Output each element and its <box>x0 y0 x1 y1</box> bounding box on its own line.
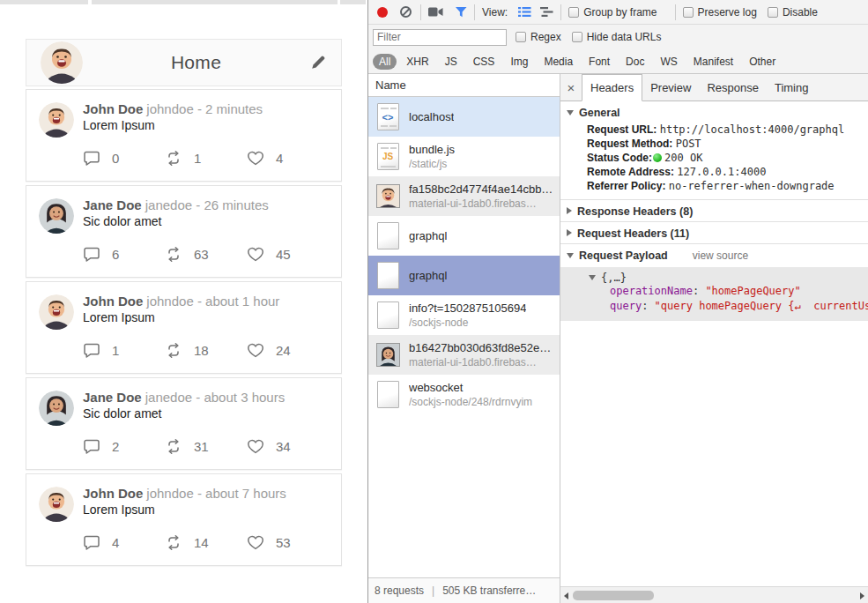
regex-checkbox[interactable] <box>516 32 526 42</box>
like-button[interactable]: 53 <box>247 535 329 550</box>
request-row[interactable]: b16427bb030d63fd8e52e… material-ui-1dab0… <box>368 335 560 375</box>
response-headers-section[interactable]: Response Headers (8) <box>560 200 868 221</box>
type-filter-css[interactable]: CSS <box>467 54 501 70</box>
record-button[interactable] <box>377 7 388 18</box>
filter-bar: Regex Hide data URLs <box>368 25 868 49</box>
post-card[interactable]: John Doejohndoe - about 1 hour Lorem Ips… <box>26 281 342 374</box>
edit-pencil-icon[interactable] <box>309 54 327 71</box>
retweet-button[interactable]: 63 <box>165 247 247 262</box>
post-author[interactable]: Jane Doe <box>83 197 142 212</box>
disable-cache-checkbox[interactable] <box>768 7 778 18</box>
type-filter-media[interactable]: Media <box>538 54 579 70</box>
filter-funnel-icon[interactable] <box>456 7 467 18</box>
post-handle[interactable]: johndoe <box>146 294 193 309</box>
retweet-count: 63 <box>194 247 209 262</box>
request-row[interactable]: fa158bc2d4774f4ae14cbb… material-ui-1dab… <box>368 176 560 216</box>
comment-icon <box>83 247 100 262</box>
preserve-log-checkbox[interactable] <box>683 7 694 18</box>
request-row[interactable]: graphql <box>368 216 560 256</box>
avatar[interactable] <box>39 102 74 138</box>
tab-response[interactable]: Response <box>699 74 767 100</box>
type-filter-manifest[interactable]: Manifest <box>687 54 739 70</box>
post-card[interactable]: Jane Doejanedoe - about 3 hours Sic dolo… <box>26 377 342 470</box>
like-button[interactable]: 4 <box>247 151 329 166</box>
retweet-button[interactable]: 31 <box>165 439 247 454</box>
comment-button[interactable]: 6 <box>83 247 165 262</box>
request-row[interactable]: <> localhost <box>368 97 560 137</box>
retweet-button[interactable]: 18 <box>165 343 247 358</box>
avatar[interactable] <box>41 41 83 84</box>
comment-button[interactable]: 4 <box>83 535 165 550</box>
type-filter-all[interactable]: All <box>373 54 397 70</box>
comment-button[interactable]: 1 <box>83 343 165 358</box>
request-row[interactable]: info?t=1502875105694 /sockjs-node <box>368 295 560 335</box>
post-author[interactable]: John Doe <box>83 486 143 501</box>
avatar[interactable] <box>39 198 74 234</box>
retweet-button[interactable]: 14 <box>165 535 247 550</box>
like-button[interactable]: 24 <box>247 343 329 358</box>
large-request-rows-icon[interactable] <box>518 6 531 18</box>
view-source-link[interactable]: view source <box>693 249 748 262</box>
comment-button[interactable]: 2 <box>83 439 165 454</box>
clear-icon[interactable] <box>400 6 412 18</box>
like-count: 45 <box>276 247 291 262</box>
request-row[interactable]: JS bundle.js /static/js <box>368 137 560 176</box>
payload-root-object[interactable]: {,…} <box>560 272 868 284</box>
post-handle[interactable]: johndoe <box>146 486 193 501</box>
scroll-left-arrow-icon[interactable] <box>564 592 568 599</box>
type-filter-img[interactable]: Img <box>504 54 534 70</box>
request-name: localhost <box>409 109 454 124</box>
comment-count: 1 <box>112 343 119 358</box>
post-handle[interactable]: janedoe <box>145 197 192 212</box>
post-handle[interactable]: johndoe <box>146 101 193 116</box>
type-filter-ws[interactable]: WS <box>654 54 683 70</box>
summary-divider: | <box>432 584 434 597</box>
plain-document-icon <box>377 381 399 408</box>
general-section-header[interactable]: General <box>560 101 868 123</box>
type-filter-other[interactable]: Other <box>743 54 782 70</box>
scroll-right-arrow-icon[interactable] <box>860 592 864 599</box>
tab-timing[interactable]: Timing <box>767 74 817 100</box>
tab-headers[interactable]: Headers <box>582 74 642 101</box>
request-row-selected[interactable]: graphql <box>368 256 560 295</box>
like-button[interactable]: 34 <box>247 439 329 454</box>
post-card[interactable]: Jane Doejanedoe - 26 minutes Sic dolor a… <box>26 185 342 278</box>
horizontal-scrollbar[interactable] <box>560 586 868 603</box>
post-handle[interactable]: janedoe <box>145 390 192 405</box>
avatar[interactable] <box>39 487 74 522</box>
type-filter-js[interactable]: JS <box>439 54 464 70</box>
heart-icon <box>247 151 264 166</box>
type-filter-font[interactable]: Font <box>582 54 616 70</box>
post-body: Sic dolor amet <box>83 406 329 422</box>
show-overview-icon[interactable] <box>540 6 553 18</box>
post-separator: - <box>196 197 200 212</box>
tab-preview[interactable]: Preview <box>642 74 699 100</box>
post-author[interactable]: Jane Doe <box>83 390 142 405</box>
heart-icon <box>247 439 264 454</box>
like-button[interactable]: 45 <box>247 247 329 262</box>
hide-data-urls-label: Hide data URLs <box>587 31 662 43</box>
name-column-header[interactable]: Name <box>368 74 560 97</box>
request-row[interactable]: websocket /sockjs-node/248/rdrnvyim <box>368 375 560 414</box>
retweet-button[interactable]: 1 <box>165 151 247 166</box>
type-filter-doc[interactable]: Doc <box>619 54 650 70</box>
close-icon[interactable]: × <box>560 74 582 100</box>
filter-input[interactable] <box>373 29 507 46</box>
type-filter-xhr[interactable]: XHR <box>400 54 434 70</box>
jane-avatar-image <box>39 391 74 426</box>
avatar[interactable] <box>39 294 74 330</box>
avatar[interactable] <box>39 391 74 426</box>
capture-screenshots-icon[interactable] <box>428 6 443 18</box>
scrollbar-thumb[interactable] <box>573 591 654 600</box>
request-payload-section[interactable]: Request Payloadview source <box>560 244 868 265</box>
group-by-frame-checkbox[interactable] <box>568 7 579 18</box>
hide-data-urls-checkbox[interactable] <box>572 32 582 42</box>
post-author[interactable]: John Doe <box>83 294 143 309</box>
john-avatar-image <box>41 41 83 84</box>
request-headers-section[interactable]: Request Headers (11) <box>560 222 868 243</box>
toolbar-divider <box>675 4 676 20</box>
post-card[interactable]: John Doejohndoe - about 7 hours Lorem Ip… <box>26 473 342 566</box>
post-card[interactable]: John Doejohndoe - 2 minutes Lorem Ipsum … <box>26 89 342 182</box>
comment-button[interactable]: 0 <box>83 151 165 166</box>
post-author[interactable]: John Doe <box>83 101 143 116</box>
